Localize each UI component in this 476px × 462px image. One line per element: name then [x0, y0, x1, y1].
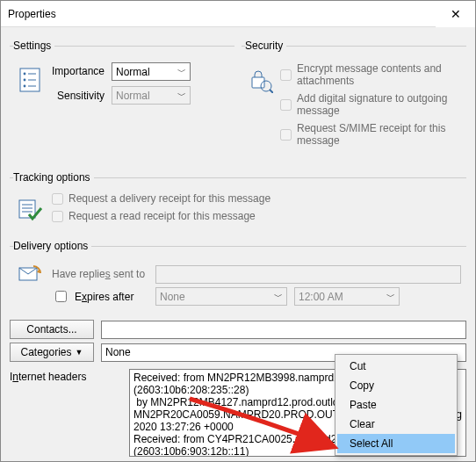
sensitivity-label: Sensitivity	[52, 87, 105, 105]
delivery-icon	[15, 264, 45, 284]
sign-label: Add digital signature to outgoing messag…	[297, 92, 461, 117]
chevron-down-icon: ﹀	[274, 291, 283, 303]
read-receipt-checkbox	[52, 211, 63, 222]
contacts-input[interactable]	[101, 321, 466, 339]
context-menu-select-all[interactable]: Select All	[337, 434, 455, 453]
contacts-button[interactable]: Contacts...	[10, 320, 94, 339]
titlebar: Properties ✕	[1, 1, 475, 27]
expires-after-checkbox[interactable]	[55, 291, 67, 302]
expires-after-label: Expires after	[75, 291, 133, 303]
context-menu-cut[interactable]: Cut	[337, 357, 455, 376]
sensitivity-select: Normal ﹀	[112, 86, 191, 105]
expires-time-select: 12:00 AM ﹀	[294, 287, 400, 306]
smime-checkbox	[280, 129, 292, 141]
encrypt-label: Encrypt message contents and attachments	[297, 62, 461, 87]
sign-checkbox	[280, 99, 292, 111]
tracking-icon	[15, 192, 45, 227]
importance-select[interactable]: Normal ﹀	[112, 62, 191, 81]
chevron-down-icon: ﹀	[177, 66, 186, 78]
security-icon	[247, 62, 273, 97]
caret-down-icon: ▼	[76, 348, 83, 357]
have-replies-input	[155, 265, 461, 284]
internet-headers-label: Internet headers	[10, 369, 124, 383]
settings-legend: Settings	[13, 40, 54, 52]
window-title: Properties	[8, 8, 56, 20]
svg-rect-10	[19, 200, 35, 218]
context-menu-copy[interactable]: Copy	[337, 376, 455, 395]
context-menu: Cut Copy Paste Clear Select All	[335, 354, 458, 456]
context-menu-clear[interactable]: Clear	[337, 415, 455, 434]
read-receipt-label: Request a read receipt for this message	[69, 210, 256, 222]
settings-icon	[15, 62, 45, 97]
importance-label: Importance	[52, 62, 105, 80]
chevron-down-icon: ﹀	[386, 291, 395, 303]
have-replies-label: Have replies sent to	[52, 268, 148, 280]
close-icon: ✕	[451, 7, 461, 21]
svg-point-2	[24, 79, 26, 82]
categories-button[interactable]: Categories ▼	[10, 343, 94, 362]
tracking-group: Tracking options Request a delivery rece…	[10, 171, 466, 233]
chevron-down-icon: ﹀	[177, 90, 186, 102]
delivery-receipt-checkbox	[52, 193, 63, 205]
context-menu-paste[interactable]: Paste	[337, 395, 455, 415]
expires-date-select: None ﹀	[155, 287, 287, 306]
svg-point-3	[24, 85, 26, 88]
settings-group: Settings Import	[10, 40, 234, 154]
window-close-button[interactable]: ✕	[436, 1, 475, 27]
svg-point-1	[24, 73, 26, 76]
smime-label: Request S/MIME receipt for this message	[297, 122, 461, 147]
delivery-legend: Delivery options	[13, 240, 91, 252]
tracking-legend: Tracking options	[13, 171, 94, 184]
encrypt-checkbox	[280, 69, 292, 81]
properties-dialog: Properties ✕ Settings	[0, 0, 476, 462]
security-group: Security Encrypt message conte	[242, 40, 466, 154]
delivery-group: Delivery options Have replies sent to	[10, 240, 466, 316]
delivery-receipt-label: Request a delivery receipt for this mess…	[69, 192, 270, 205]
svg-line-9	[270, 90, 273, 93]
security-legend: Security	[245, 40, 286, 52]
